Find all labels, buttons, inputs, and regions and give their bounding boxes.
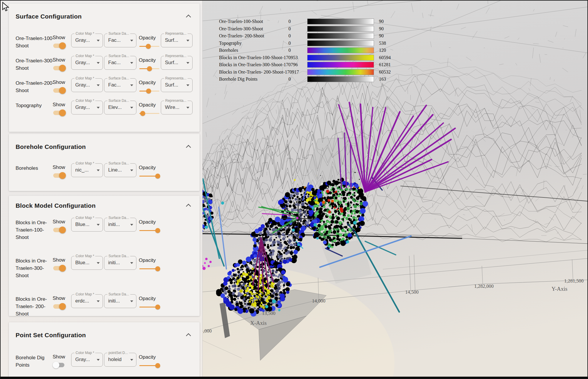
color-map-select[interactable]: Color Map * Blue... (71, 218, 103, 232)
color-map-floating-label: Color Map * (74, 31, 95, 36)
representation-select[interactable]: Representa... Surf... (161, 56, 193, 70)
mouse-cursor-icon (2, 2, 11, 12)
show-label: Show (53, 35, 65, 41)
opacity-slider[interactable] (139, 68, 159, 69)
color-map-select[interactable]: Color Map * Gray... (71, 34, 103, 47)
config-card: Borehole Configuration Boreholes Show Co… (9, 134, 200, 191)
opacity-slider[interactable] (139, 365, 159, 366)
data-field-select[interactable]: Surface Da... Fac... (104, 56, 136, 70)
color-map-value: Gray... (75, 37, 90, 43)
data-field-select[interactable]: pointSet D... holeid (104, 353, 136, 367)
show-label: Show (53, 219, 65, 225)
color-map-floating-label: Color Map * (74, 254, 95, 258)
section-title: Point Set Configuration (16, 332, 86, 339)
representation-select[interactable]: Representa... Wire... (161, 101, 193, 114)
color-map-floating-label: Color Map * (74, 99, 95, 103)
axis-tick: 1,282,000 (474, 283, 494, 289)
slider-knob[interactable] (146, 44, 151, 49)
slider-knob[interactable] (146, 89, 151, 94)
data-field-select[interactable]: Surface Da... Line... (104, 163, 136, 177)
representation-select[interactable]: Representa... Surf... (161, 34, 193, 47)
collapse-chevron-icon[interactable] (186, 204, 191, 209)
data-field-select[interactable]: Surface Da... initi... (104, 218, 136, 232)
slider-knob[interactable] (155, 363, 160, 368)
slider-knob[interactable] (155, 228, 160, 233)
chevron-down-icon (186, 107, 189, 109)
show-toggle[interactable] (53, 304, 64, 309)
slider-knob[interactable] (155, 266, 160, 271)
color-map-value: nic_... (75, 167, 88, 173)
opacity-label: Opacity (139, 219, 156, 225)
chevron-down-icon (130, 62, 133, 64)
chevron-down-icon (186, 40, 189, 41)
toggle-knob (59, 303, 66, 310)
opacity-slider[interactable] (139, 176, 159, 177)
data-field-value: Fac... (108, 37, 121, 43)
viewport-3d[interactable]: 14,5001,282,0001,281,50014,00013,500,000… (203, 1, 588, 379)
opacity-slider[interactable] (139, 113, 159, 114)
show-label: Show (53, 164, 65, 170)
data-field-select[interactable]: Surface Da... Fac... (104, 34, 136, 47)
chevron-down-icon (130, 262, 133, 264)
representation-floating-label: Representa... (164, 31, 188, 36)
data-field-select[interactable]: Surface Da... Elev... (104, 101, 136, 114)
layer-label: Ore-Traelen-200-Shoot (16, 79, 54, 94)
color-map-select[interactable]: Color Map * Gray... (71, 56, 103, 70)
show-toggle[interactable] (53, 228, 64, 232)
collapse-chevron-icon[interactable] (186, 145, 191, 150)
opacity-slider[interactable] (139, 91, 159, 92)
color-map-select[interactable]: Color Map * Gray... (71, 353, 103, 367)
section-title: Block Model Configuration (16, 202, 96, 209)
data-field-select[interactable]: Surface Da... initi... (104, 294, 136, 308)
color-map-select[interactable]: Color Map * Gray... (71, 101, 103, 114)
show-toggle[interactable] (53, 363, 64, 367)
data-field-value: Elev... (108, 104, 122, 110)
collapse-chevron-icon[interactable] (186, 15, 191, 20)
x-axis-label: X-Axis (250, 320, 267, 326)
color-map-select[interactable]: Color Map * nic_... (71, 163, 103, 177)
color-map-value: Gray... (75, 104, 90, 110)
axis-tick: 1,281,500 (564, 278, 584, 284)
data-field-select[interactable]: Surface Da... Fac... (104, 78, 136, 92)
opacity-slider[interactable] (139, 307, 159, 307)
opacity-slider[interactable] (139, 268, 159, 269)
show-toggle[interactable] (53, 173, 64, 178)
color-map-floating-label: Color Map * (74, 54, 95, 58)
slider-knob[interactable] (155, 305, 160, 310)
slider-knob[interactable] (140, 111, 145, 116)
data-field-select[interactable]: Surface Da... initi... (104, 256, 136, 270)
slider-knob[interactable] (147, 66, 152, 71)
toggle-knob (59, 265, 66, 272)
chevron-down-icon (97, 262, 100, 264)
chevron-down-icon (97, 84, 100, 86)
representation-value: Surf... (165, 82, 178, 88)
representation-select[interactable]: Representa... Surf... (161, 78, 193, 92)
render-canvas[interactable]: 14,5001,282,0001,281,50014,00013,500,000… (203, 1, 588, 379)
window-frame-bottom (1, 377, 587, 378)
collapse-chevron-icon[interactable] (186, 333, 191, 338)
opacity-label: Opacity (139, 354, 156, 360)
data-field-floating-label: Surface Da... (107, 292, 130, 296)
representation-value: Surf... (165, 37, 178, 43)
show-toggle[interactable] (53, 266, 64, 270)
chevron-down-icon (130, 300, 133, 302)
show-toggle[interactable] (53, 88, 64, 93)
opacity-slider[interactable] (139, 230, 159, 231)
color-map-select[interactable]: Color Map * Gray... (71, 78, 103, 92)
show-toggle[interactable] (53, 111, 64, 115)
chevron-down-icon (186, 62, 189, 64)
chevron-down-icon (97, 40, 100, 41)
slider-knob[interactable] (155, 174, 160, 179)
chevron-down-icon (130, 359, 133, 361)
layer-row: Blocks in Ore-Traelen-100-Shoot Show Col… (9, 218, 200, 256)
show-toggle[interactable] (53, 44, 64, 48)
layer-label: Boreholes (16, 164, 54, 172)
show-toggle[interactable] (53, 66, 64, 70)
chevron-down-icon (130, 40, 133, 41)
chevron-down-icon (97, 62, 100, 64)
color-map-select[interactable]: Color Map * Blue... (71, 256, 103, 270)
data-field-floating-label: Surface Da... (107, 76, 130, 80)
opacity-slider[interactable] (139, 46, 159, 47)
color-map-select[interactable]: Color Map * erdc... (71, 294, 103, 308)
config-card: Surface Configuration Ore-Traelen-100-Sh… (9, 4, 200, 132)
